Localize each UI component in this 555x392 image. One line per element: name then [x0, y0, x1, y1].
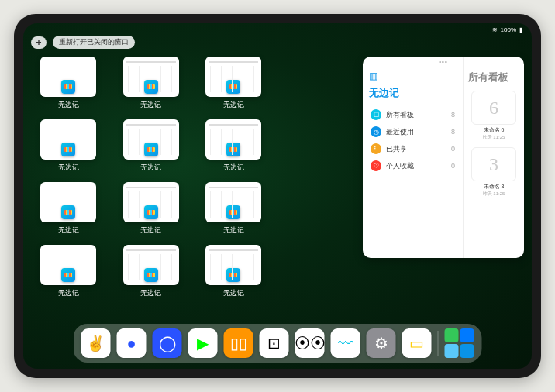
app-window-thumb[interactable]: 无边记	[114, 119, 189, 173]
sidebar-toggle-icon[interactable]: ▥	[369, 70, 457, 81]
dock: ✌●◯▶▯▯⊡⦿⦿〰⚙▭	[74, 324, 482, 363]
battery-icon: ▮	[519, 26, 522, 33]
window-preview	[123, 182, 179, 222]
board-thumb: 3	[471, 147, 516, 181]
app-thumb-label: 无边记	[140, 163, 161, 173]
app-thumb-label: 无边记	[223, 225, 244, 236]
board-label: 未命名 6	[484, 126, 505, 134]
app-window-thumb[interactable]: 无边记	[196, 57, 271, 110]
panel-sidebar: ▥ 无边记 ☐ 所有看板 8 ◷ 最近使用 8 ⠇ 已共享 0 ♡ 个人收藏 0	[363, 57, 464, 258]
category-label: 最近使用	[386, 127, 446, 137]
screen: ≋ 100% ▮ + 重新打开已关闭的窗口 无边记 无边记 无边记	[23, 23, 532, 369]
dock-recent-apps[interactable]	[445, 328, 474, 358]
ipad-frame: ≋ 100% ▮ + 重新打开已关闭的窗口 无边记 无边记 无边记	[14, 14, 541, 378]
category-icon: ☐	[371, 109, 381, 120]
app-thumb-label: 无边记	[58, 288, 79, 298]
category-label: 已共享	[386, 144, 446, 154]
dock-app-wechat[interactable]: ✌	[81, 328, 111, 358]
app-window-thumb[interactable]: 无边记	[114, 57, 189, 110]
dock-app-notes[interactable]: ▭	[402, 328, 432, 358]
window-preview	[123, 57, 179, 97]
topbar: + 重新打开已关闭的窗口	[23, 34, 532, 50]
window-preview	[123, 119, 179, 160]
dock-app-settings[interactable]: ⚙	[367, 328, 396, 358]
dock-app-quark[interactable]: ◯	[153, 328, 182, 358]
window-preview	[40, 57, 96, 97]
freeform-app-icon	[144, 80, 158, 94]
panel-boards: 所有看板 6 未命名 6 昨天 11:25 3 未命名 3 昨天 11:25	[464, 57, 524, 258]
category-count: 0	[451, 162, 455, 170]
app-window-thumb[interactable]: 无边记	[31, 182, 106, 236]
dock-app-play[interactable]: ▶	[188, 328, 218, 358]
board-timestamp: 昨天 11:25	[483, 191, 505, 198]
add-window-button[interactable]: +	[31, 36, 47, 49]
sidebar-category[interactable]: ◷ 最近使用 8	[369, 123, 457, 140]
freeform-app-icon	[144, 143, 158, 156]
dock-app-freeform[interactable]: 〰	[331, 328, 360, 358]
freeform-app-icon	[226, 80, 240, 94]
window-preview	[205, 182, 261, 222]
wifi-icon: ≋	[492, 26, 498, 33]
app-window-thumb[interactable]: 无边记	[114, 182, 189, 236]
dock-app-quark-hd[interactable]: ●	[117, 328, 147, 358]
freeform-app-icon	[61, 143, 75, 156]
category-icon: ⠇	[371, 143, 381, 154]
workspace: 无边记 无边记 无边记 无边记 无边记 无边记 无边	[23, 50, 532, 329]
freeform-panel[interactable]: ▥ 无边记 ☐ 所有看板 8 ◷ 最近使用 8 ⠇ 已共享 0 ♡ 个人收藏 0…	[363, 57, 524, 258]
app-thumb-label: 无边记	[58, 225, 79, 236]
window-preview	[40, 119, 96, 160]
app-window-thumb[interactable]: 无边记	[31, 57, 106, 110]
category-icon: ♡	[371, 160, 381, 171]
panel-right-title: 所有看板	[468, 70, 519, 84]
app-window-thumb[interactable]: 无边记	[114, 245, 189, 298]
freeform-app-icon	[144, 205, 158, 219]
app-thumb-label: 无边记	[140, 100, 161, 110]
board-label: 未命名 3	[484, 183, 505, 191]
board-thumb: 6	[471, 91, 516, 125]
category-icon: ◷	[371, 126, 381, 137]
app-thumb-label: 无边记	[58, 163, 79, 173]
app-thumb-label: 无边记	[58, 100, 79, 110]
app-window-thumb[interactable]: 无边记	[196, 245, 271, 298]
dock-separator	[438, 331, 439, 356]
app-thumb-label: 无边记	[223, 100, 244, 110]
freeform-app-icon	[61, 205, 75, 219]
freeform-app-icon	[144, 268, 158, 282]
freeform-app-icon	[61, 268, 75, 282]
category-label: 个人收藏	[386, 161, 446, 171]
category-count: 8	[451, 111, 455, 119]
battery-pct: 100%	[501, 26, 516, 33]
panel-left-title: 无边记	[369, 86, 457, 100]
window-preview	[205, 119, 261, 160]
app-switcher-grid: 无边记 无边记 无边记 无边记 无边记 无边记 无边	[31, 57, 353, 323]
app-window-thumb[interactable]: 无边记	[196, 119, 271, 173]
window-preview	[123, 245, 179, 285]
board-card[interactable]: 6 未命名 6 昨天 11:25	[468, 91, 519, 141]
app-window-thumb[interactable]: 无边记	[31, 245, 106, 298]
category-count: 8	[451, 128, 455, 136]
app-thumb-label: 无边记	[140, 225, 161, 236]
window-preview	[40, 245, 96, 285]
app-thumb-label: 无边记	[140, 288, 161, 298]
reopen-closed-window-button[interactable]: 重新打开已关闭的窗口	[53, 36, 135, 49]
sidebar-category[interactable]: ⠇ 已共享 0	[369, 140, 457, 157]
status-bar: ≋ 100% ▮	[23, 23, 532, 34]
app-window-thumb[interactable]: 无边记	[196, 182, 271, 236]
window-preview	[205, 57, 261, 97]
board-card[interactable]: 3 未命名 3 昨天 11:25	[468, 147, 519, 198]
category-label: 所有看板	[386, 110, 446, 120]
sidebar-category[interactable]: ☐ 所有看板 8	[369, 106, 457, 123]
app-window-thumb[interactable]: 无边记	[31, 119, 106, 173]
app-thumb-label: 无边记	[223, 163, 244, 173]
dock-app-connect[interactable]: ⦿⦿	[295, 328, 325, 358]
freeform-app-icon	[61, 80, 75, 94]
dock-app-books[interactable]: ▯▯	[224, 328, 253, 358]
category-count: 0	[451, 145, 455, 153]
freeform-app-icon	[226, 205, 240, 219]
board-timestamp: 昨天 11:25	[483, 134, 505, 141]
sidebar-category[interactable]: ♡ 个人收藏 0	[369, 157, 457, 174]
window-preview	[40, 182, 96, 222]
freeform-app-icon	[226, 143, 240, 156]
dock-app-dice[interactable]: ⊡	[260, 328, 289, 358]
freeform-app-icon	[226, 268, 240, 282]
